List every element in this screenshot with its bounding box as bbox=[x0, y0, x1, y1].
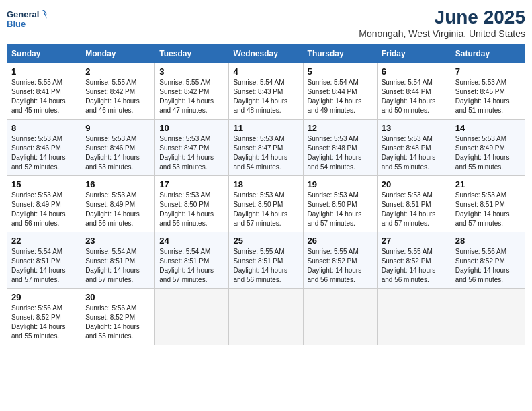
day-info: Sunrise: 5:53 AMSunset: 8:46 PMDaylight:… bbox=[85, 134, 150, 172]
day-number: 26 bbox=[308, 236, 373, 246]
weekday-header-wednesday: Wednesday bbox=[229, 45, 303, 63]
svg-text:General: General bbox=[7, 9, 39, 19]
day-number: 17 bbox=[159, 179, 224, 189]
day-number: 14 bbox=[455, 123, 521, 133]
calendar-cell: 18Sunrise: 5:53 AMSunset: 8:50 PMDayligh… bbox=[229, 176, 303, 232]
calendar-cell: 12Sunrise: 5:53 AMSunset: 8:48 PMDayligh… bbox=[303, 120, 377, 176]
day-number: 27 bbox=[382, 236, 447, 246]
day-info: Sunrise: 5:53 AMSunset: 8:46 PMDaylight:… bbox=[11, 134, 77, 172]
calendar-cell: 14Sunrise: 5:53 AMSunset: 8:49 PMDayligh… bbox=[451, 120, 525, 176]
day-info: Sunrise: 5:56 AMSunset: 8:52 PMDaylight:… bbox=[11, 304, 77, 341]
weekday-header-saturday: Saturday bbox=[451, 45, 525, 63]
day-number: 11 bbox=[233, 123, 298, 133]
calendar-cell: 7Sunrise: 5:53 AMSunset: 8:45 PMDaylight… bbox=[451, 63, 525, 120]
calendar-cell: 5Sunrise: 5:54 AMSunset: 8:44 PMDaylight… bbox=[303, 63, 377, 120]
weekday-header-tuesday: Tuesday bbox=[155, 45, 229, 63]
day-number: 13 bbox=[382, 123, 447, 133]
day-info: Sunrise: 5:55 AMSunset: 8:41 PMDaylight:… bbox=[11, 78, 77, 116]
day-number: 3 bbox=[159, 66, 224, 77]
calendar-cell: 30Sunrise: 5:56 AMSunset: 8:52 PMDayligh… bbox=[81, 289, 155, 345]
day-number: 8 bbox=[11, 123, 77, 133]
day-info: Sunrise: 5:54 AMSunset: 8:51 PMDaylight:… bbox=[11, 247, 77, 285]
day-info: Sunrise: 5:55 AMSunset: 8:42 PMDaylight:… bbox=[159, 78, 224, 116]
day-number: 29 bbox=[11, 292, 77, 302]
day-info: Sunrise: 5:53 AMSunset: 8:47 PMDaylight:… bbox=[233, 134, 298, 172]
calendar-cell: 4Sunrise: 5:54 AMSunset: 8:43 PMDaylight… bbox=[229, 63, 303, 120]
day-info: Sunrise: 5:54 AMSunset: 8:43 PMDaylight:… bbox=[233, 78, 298, 116]
day-number: 5 bbox=[308, 66, 373, 77]
logo: General Blue bbox=[7, 7, 47, 32]
calendar-cell: 24Sunrise: 5:54 AMSunset: 8:51 PMDayligh… bbox=[155, 232, 229, 289]
calendar-cell: 17Sunrise: 5:53 AMSunset: 8:50 PMDayligh… bbox=[155, 176, 229, 232]
day-number: 19 bbox=[308, 179, 373, 189]
day-info: Sunrise: 5:54 AMSunset: 8:44 PMDaylight:… bbox=[382, 78, 447, 116]
calendar-subtitle: Monongah, West Virginia, United States bbox=[359, 28, 525, 39]
day-number: 22 bbox=[11, 236, 77, 246]
day-info: Sunrise: 5:55 AMSunset: 8:52 PMDaylight:… bbox=[308, 247, 373, 285]
day-number: 6 bbox=[382, 66, 447, 77]
calendar-cell: 20Sunrise: 5:53 AMSunset: 8:51 PMDayligh… bbox=[377, 176, 451, 232]
day-info: Sunrise: 5:54 AMSunset: 8:51 PMDaylight:… bbox=[159, 247, 224, 285]
calendar-week-2: 8Sunrise: 5:53 AMSunset: 8:46 PMDaylight… bbox=[7, 120, 525, 176]
day-info: Sunrise: 5:53 AMSunset: 8:51 PMDaylight:… bbox=[455, 191, 521, 228]
day-number: 28 bbox=[455, 236, 521, 246]
calendar-cell: 26Sunrise: 5:55 AMSunset: 8:52 PMDayligh… bbox=[303, 232, 377, 289]
calendar-cell: 21Sunrise: 5:53 AMSunset: 8:51 PMDayligh… bbox=[451, 176, 525, 232]
day-info: Sunrise: 5:53 AMSunset: 8:51 PMDaylight:… bbox=[382, 191, 447, 228]
calendar-cell: 19Sunrise: 5:53 AMSunset: 8:50 PMDayligh… bbox=[303, 176, 377, 232]
day-info: Sunrise: 5:53 AMSunset: 8:47 PMDaylight:… bbox=[159, 134, 224, 172]
day-number: 20 bbox=[382, 179, 447, 189]
day-number: 4 bbox=[233, 66, 298, 77]
calendar-cell bbox=[155, 289, 229, 345]
day-info: Sunrise: 5:55 AMSunset: 8:51 PMDaylight:… bbox=[233, 247, 298, 285]
calendar-title: June 2025 bbox=[359, 7, 525, 28]
logo-svg: General Blue bbox=[7, 7, 47, 32]
day-info: Sunrise: 5:56 AMSunset: 8:52 PMDaylight:… bbox=[85, 304, 150, 341]
calendar-cell: 25Sunrise: 5:55 AMSunset: 8:51 PMDayligh… bbox=[229, 232, 303, 289]
calendar-table: SundayMondayTuesdayWednesdayThursdayFrid… bbox=[7, 44, 525, 345]
calendar-cell: 8Sunrise: 5:53 AMSunset: 8:46 PMDaylight… bbox=[7, 120, 81, 176]
weekday-header-friday: Friday bbox=[377, 45, 451, 63]
day-number: 15 bbox=[11, 179, 77, 189]
calendar-cell bbox=[451, 289, 525, 345]
calendar-cell bbox=[303, 289, 377, 345]
day-info: Sunrise: 5:53 AMSunset: 8:45 PMDaylight:… bbox=[455, 78, 521, 116]
calendar-cell: 28Sunrise: 5:56 AMSunset: 8:52 PMDayligh… bbox=[451, 232, 525, 289]
day-number: 18 bbox=[233, 179, 298, 189]
day-number: 7 bbox=[455, 66, 521, 77]
day-info: Sunrise: 5:55 AMSunset: 8:52 PMDaylight:… bbox=[382, 247, 447, 285]
day-number: 2 bbox=[85, 66, 150, 77]
calendar-cell: 11Sunrise: 5:53 AMSunset: 8:47 PMDayligh… bbox=[229, 120, 303, 176]
calendar-week-5: 29Sunrise: 5:56 AMSunset: 8:52 PMDayligh… bbox=[7, 289, 525, 345]
calendar-cell: 1Sunrise: 5:55 AMSunset: 8:41 PMDaylight… bbox=[7, 63, 81, 120]
day-info: Sunrise: 5:53 AMSunset: 8:48 PMDaylight:… bbox=[382, 134, 447, 172]
calendar-cell bbox=[377, 289, 451, 345]
day-number: 30 bbox=[85, 292, 150, 302]
calendar-week-1: 1Sunrise: 5:55 AMSunset: 8:41 PMDaylight… bbox=[7, 63, 525, 120]
title-area: June 2025 Monongah, West Virginia, Unite… bbox=[359, 7, 525, 39]
weekday-header-row: SundayMondayTuesdayWednesdayThursdayFrid… bbox=[7, 45, 525, 63]
day-info: Sunrise: 5:53 AMSunset: 8:50 PMDaylight:… bbox=[308, 191, 373, 228]
day-number: 23 bbox=[85, 236, 150, 246]
day-number: 16 bbox=[85, 179, 150, 189]
calendar-cell: 29Sunrise: 5:56 AMSunset: 8:52 PMDayligh… bbox=[7, 289, 81, 345]
calendar-cell: 23Sunrise: 5:54 AMSunset: 8:51 PMDayligh… bbox=[81, 232, 155, 289]
day-info: Sunrise: 5:53 AMSunset: 8:49 PMDaylight:… bbox=[11, 191, 77, 228]
svg-text:Blue: Blue bbox=[7, 19, 26, 29]
day-number: 25 bbox=[233, 236, 298, 246]
calendar-cell: 9Sunrise: 5:53 AMSunset: 8:46 PMDaylight… bbox=[81, 120, 155, 176]
day-info: Sunrise: 5:56 AMSunset: 8:52 PMDaylight:… bbox=[455, 247, 521, 285]
calendar-cell: 27Sunrise: 5:55 AMSunset: 8:52 PMDayligh… bbox=[377, 232, 451, 289]
weekday-header-thursday: Thursday bbox=[303, 45, 377, 63]
calendar-cell: 2Sunrise: 5:55 AMSunset: 8:42 PMDaylight… bbox=[81, 63, 155, 120]
calendar-week-4: 22Sunrise: 5:54 AMSunset: 8:51 PMDayligh… bbox=[7, 232, 525, 289]
day-number: 9 bbox=[85, 123, 150, 133]
calendar-cell: 22Sunrise: 5:54 AMSunset: 8:51 PMDayligh… bbox=[7, 232, 81, 289]
day-info: Sunrise: 5:53 AMSunset: 8:48 PMDaylight:… bbox=[308, 134, 373, 172]
day-info: Sunrise: 5:53 AMSunset: 8:49 PMDaylight:… bbox=[85, 191, 150, 228]
day-number: 12 bbox=[308, 123, 373, 133]
calendar-cell: 10Sunrise: 5:53 AMSunset: 8:47 PMDayligh… bbox=[155, 120, 229, 176]
calendar-cell: 15Sunrise: 5:53 AMSunset: 8:49 PMDayligh… bbox=[7, 176, 81, 232]
header: General Blue June 2025 Monongah, West Vi… bbox=[7, 7, 525, 39]
calendar-cell: 13Sunrise: 5:53 AMSunset: 8:48 PMDayligh… bbox=[377, 120, 451, 176]
